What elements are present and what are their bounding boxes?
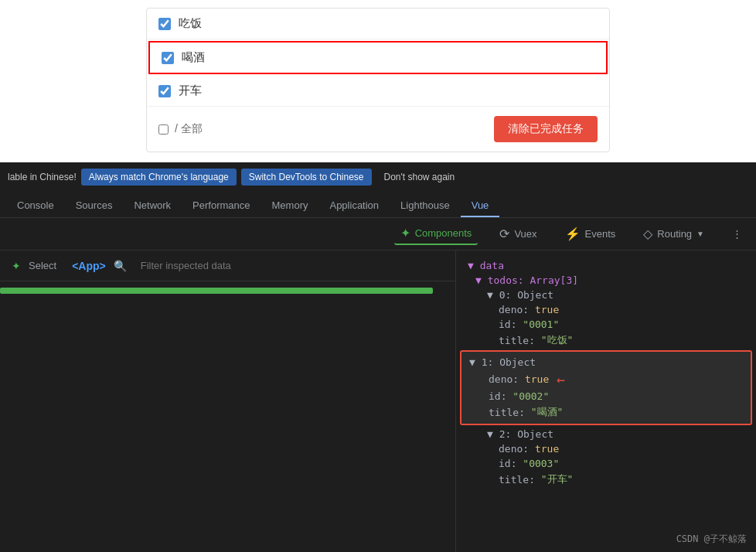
search-icon: 🔍 [114,260,127,272]
vuex-tool-btn[interactable]: ⟳ Vuex [493,223,543,244]
todos-header: ▼ todos: Array[3] [456,273,756,288]
item2-title-val: "开车" [541,472,574,486]
dont-show-again-button[interactable]: Don't show again [376,169,463,186]
tab-sources[interactable]: Sources [65,195,124,217]
item1-title-key: title: [489,407,531,418]
item0-id-key: id: [499,319,523,330]
item2-deno-val: true [535,443,559,455]
components-tool-btn[interactable]: ✦ Components [394,223,478,245]
switch-devtools-chinese-button[interactable]: Switch DevTools to Chinese [241,169,372,186]
components-icon: ✦ [400,226,410,240]
app-preview-area: 吃饭 喝酒 开车 / 全部 清除已完成任务 [0,0,756,162]
todo-checkbox-0[interactable] [158,18,171,30]
item0-label: ▼ 0: Object [487,289,553,301]
item0-title-val: "吃饭" [541,333,574,347]
more-icon: ⋮ [732,228,742,240]
language-bar-text: lable in Chinese! [8,172,77,182]
item1-id: id: "0002" [469,389,743,404]
item0-header[interactable]: ▼ 0: Object [456,288,756,302]
select-all-checkbox[interactable] [158,124,169,135]
vuex-icon: ⟳ [499,227,509,241]
todos-label: ▼ todos: Array[3] [475,274,578,286]
todo-checkbox-2[interactable] [158,85,171,97]
item2-id-key: id: [499,458,523,469]
csdn-watermark: CSDN @子不鲸落 [676,533,747,546]
main-panel: ✦ Select <App> 🔍 ▼ data ▼ todos: Array[3… [0,250,756,552]
vue-toolbar: ✦ Components ⟳ Vuex ⚡ Events ◇ Routing ▼… [0,218,756,250]
progress-bar [0,288,433,294]
routing-tool-btn[interactable]: ◇ Routing ▼ [637,223,710,244]
item0-deno-key: deno: [499,304,535,315]
todo-item-2: 开车 [147,76,609,107]
todo-list: 吃饭 喝酒 开车 / 全部 清除已完成任务 [146,8,610,152]
item2-deno-key: deno: [499,443,535,455]
item2-title: title: "开车" [456,471,756,488]
always-match-language-button[interactable]: Always match Chrome's language [81,169,237,186]
item1-title: title: "喝酒" [469,404,743,421]
select-all-label: / 全部 [175,122,203,136]
tab-vue[interactable]: Vue [461,195,500,217]
language-bar: lable in Chinese! Always match Chrome's … [0,162,756,192]
tab-console[interactable]: Console [6,195,65,217]
vuex-label: Vuex [514,228,536,240]
select-button[interactable]: Select [29,260,56,271]
devtools-tab-bar: Console Sources Network Performance Memo… [0,192,756,218]
item1-highlighted-box: ▼ 1: Object deno: true ← id: "0002" titl… [460,350,752,425]
tab-memory[interactable]: Memory [261,195,319,217]
tab-lighthouse[interactable]: Lighthouse [390,195,461,217]
tab-performance[interactable]: Performance [182,195,261,217]
item1-deno-val: true [525,373,549,385]
select-bar: ✦ Select <App> 🔍 [0,250,455,281]
item1-id-key: id: [489,390,513,402]
item1-id-val: "0002" [513,390,549,402]
events-label: Events [585,228,616,240]
item1-deno-key: deno: [489,373,525,385]
routing-chevron-icon: ▼ [696,230,704,238]
item2-title-key: title: [499,474,541,486]
item2-id-val: "0003" [523,458,559,469]
item0-deno-val: true [535,304,559,315]
tab-application[interactable]: Application [318,195,390,217]
more-tool-btn[interactable]: ⋮ [726,225,748,243]
clear-completed-button[interactable]: 清除已完成任务 [494,116,598,142]
data-label: ▼ data [468,260,504,271]
todo-label-0: 吃饭 [179,16,202,31]
item0-id: id: "0001" [456,317,756,332]
todo-checkbox-1[interactable] [162,52,174,64]
todo-label-2: 开车 [179,83,202,98]
item2-id: id: "0003" [456,456,756,471]
item1-header[interactable]: ▼ 1: Object [469,355,743,370]
item1-label: ▼ 1: Object [469,356,536,368]
arrow-icon: ← [557,371,565,387]
tab-network[interactable]: Network [123,195,182,217]
data-section-header: ▼ data [456,258,756,273]
events-tool-btn[interactable]: ⚡ Events [559,223,622,244]
right-panel: ▼ data ▼ todos: Array[3] ▼ 0: Object den… [456,250,756,552]
item0-deno: deno: true [456,302,756,317]
item0-id-val: "0001" [523,319,559,330]
todo-label-1: 喝酒 [182,50,205,65]
item0-title-key: title: [499,335,541,346]
filter-input[interactable] [135,257,444,274]
left-panel: ✦ Select <App> 🔍 [0,250,456,552]
components-label: Components [415,227,472,239]
app-tag: <App> [72,260,106,272]
routing-label: Routing [657,228,692,240]
item0-title: title: "吃饭" [456,332,756,349]
item1-title-val: "喝酒" [531,405,564,419]
item1-deno: deno: true ← [469,370,743,389]
todo-item-1: 喝酒 [148,41,608,74]
events-icon: ⚡ [565,227,581,241]
routing-icon: ◇ [643,227,652,241]
todo-footer: / 全部 清除已完成任务 [147,107,609,152]
todo-footer-left: / 全部 [158,122,203,136]
item2-deno: deno: true [456,441,756,456]
select-cursor-icon: ✦ [12,260,21,272]
item2-header[interactable]: ▼ 2: Object [456,427,756,441]
todo-item-0: 吃饭 [147,9,609,39]
progress-bar-container [0,281,455,300]
item2-label: ▼ 2: Object [487,428,553,440]
